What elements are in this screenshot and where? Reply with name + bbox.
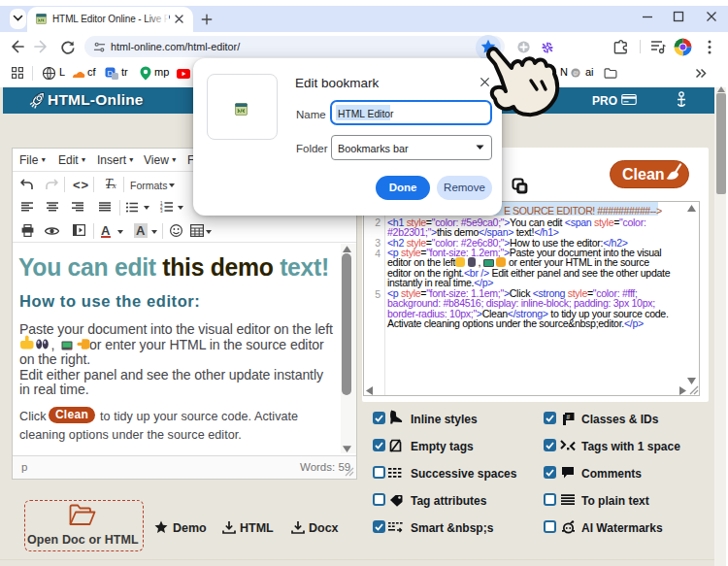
svg-text:3: 3 [160, 209, 163, 213]
svg-text:@: @ [573, 69, 579, 76]
svg-text:#: # [567, 414, 571, 420]
